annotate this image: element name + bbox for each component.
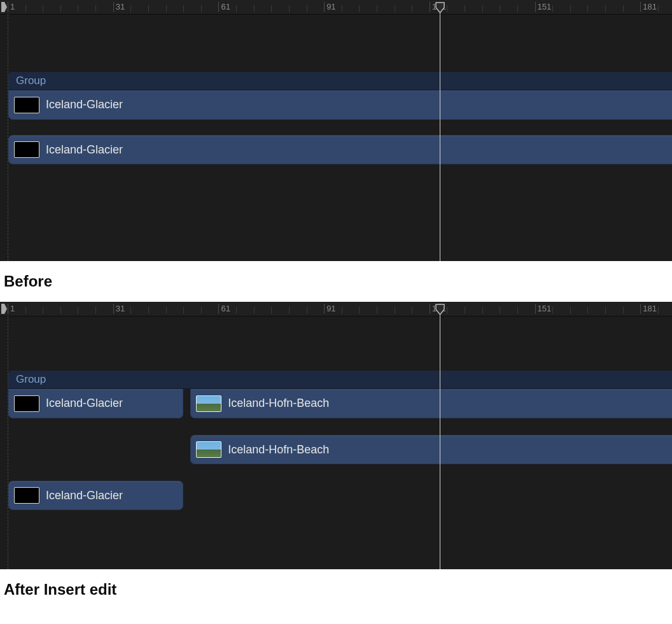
ruler-tick-label: 91 bbox=[325, 304, 335, 313]
ruler-minor-tick bbox=[130, 5, 131, 12]
ruler-tick-label: 151 bbox=[536, 2, 552, 11]
ruler-minor-tick bbox=[552, 5, 553, 12]
clip-thumbnail bbox=[14, 395, 39, 412]
ruler-minor-tick bbox=[254, 5, 255, 12]
track-row[interactable]: Iceland-Glacier bbox=[8, 481, 672, 510]
ruler-minor-tick bbox=[166, 307, 167, 314]
ruler-minor-tick bbox=[236, 5, 237, 12]
ruler-minor-tick bbox=[359, 5, 360, 12]
ruler-minor-tick bbox=[236, 307, 237, 314]
clip[interactable]: Iceland-Hofn-Beach bbox=[190, 389, 672, 418]
ruler-minor-tick bbox=[623, 307, 624, 314]
group-header[interactable]: Group bbox=[8, 371, 672, 389]
caption-after: After Insert edit bbox=[0, 569, 672, 610]
clip[interactable]: Iceland-Glacier bbox=[8, 90, 672, 120]
ruler-major-tick bbox=[430, 2, 430, 12]
ruler-minor-tick bbox=[43, 307, 43, 314]
ruler-minor-tick bbox=[148, 5, 149, 12]
ruler[interactable]: 1316191121151181 bbox=[0, 302, 672, 316]
ruler-tick-label: 31 bbox=[115, 2, 125, 11]
ruler-area[interactable]: 1316191121151181 bbox=[8, 0, 672, 14]
playhead[interactable] bbox=[440, 2, 440, 261]
tracks-area[interactable]: Group Iceland-GlacierIceland-Glacier bbox=[0, 15, 672, 164]
ruler-major-tick bbox=[430, 304, 430, 314]
clip[interactable]: Iceland-Glacier bbox=[8, 481, 183, 510]
playhead[interactable] bbox=[440, 304, 440, 569]
clip-name: Iceland-Glacier bbox=[46, 143, 123, 157]
track-row[interactable]: Iceland-Glacier bbox=[8, 135, 672, 164]
clip-name: Iceland-Glacier bbox=[46, 98, 123, 111]
ruler-major-tick bbox=[324, 304, 325, 314]
ruler-minor-tick bbox=[623, 5, 624, 12]
ruler-major-tick bbox=[640, 2, 641, 12]
ruler-minor-tick bbox=[605, 307, 606, 314]
track-row[interactable]: Iceland-Hofn-Beach bbox=[8, 435, 672, 464]
clip[interactable]: Iceland-Glacier bbox=[8, 135, 672, 164]
ruler-tick-label: 181 bbox=[641, 2, 657, 11]
ruler-minor-tick bbox=[25, 307, 26, 314]
ruler-minor-tick bbox=[570, 5, 571, 12]
ruler-minor-tick bbox=[342, 5, 342, 12]
ruler-minor-tick bbox=[500, 5, 500, 12]
ruler-minor-tick bbox=[25, 5, 26, 12]
ruler-major-tick bbox=[535, 304, 536, 314]
playhead-handle-icon[interactable] bbox=[435, 2, 445, 13]
group-header[interactable]: Group bbox=[8, 72, 672, 90]
ruler-minor-tick bbox=[342, 307, 342, 314]
ruler-minor-tick bbox=[658, 5, 659, 12]
ruler-minor-tick bbox=[166, 5, 167, 12]
timeline-after[interactable]: 1316191121151181 Group Iceland-GlacierIc… bbox=[0, 302, 672, 569]
ruler-minor-tick bbox=[43, 5, 43, 12]
ruler-tick-label: 61 bbox=[220, 2, 230, 11]
ruler-minor-tick bbox=[500, 307, 500, 314]
ruler-minor-tick bbox=[552, 307, 553, 314]
ruler-minor-tick bbox=[517, 307, 518, 314]
in-point-marker-icon[interactable] bbox=[0, 0, 8, 14]
group-label: Group bbox=[16, 373, 46, 386]
in-point-marker-icon[interactable] bbox=[0, 302, 8, 316]
ruler-minor-tick bbox=[465, 307, 465, 314]
clip-thumbnail bbox=[196, 395, 221, 412]
in-point-line bbox=[8, 316, 8, 569]
ruler-major-tick bbox=[8, 2, 8, 12]
ruler-major-tick bbox=[218, 2, 219, 12]
ruler[interactable]: 1316191121151181 bbox=[0, 0, 672, 15]
ruler-minor-tick bbox=[587, 5, 588, 12]
track-row[interactable]: Iceland-Glacier bbox=[8, 90, 672, 120]
ruler-major-tick bbox=[113, 2, 114, 12]
ruler-major-tick bbox=[324, 2, 325, 12]
ruler-minor-tick bbox=[60, 5, 61, 12]
ruler-minor-tick bbox=[148, 307, 149, 314]
clip-name: Iceland-Hofn-Beach bbox=[228, 397, 329, 410]
clip-name: Iceland-Hofn-Beach bbox=[228, 443, 329, 457]
ruler-area[interactable]: 1316191121151181 bbox=[8, 302, 672, 316]
tracks-area[interactable]: Group Iceland-GlacierIceland-Hofn-BeachI… bbox=[0, 316, 672, 510]
ruler-minor-tick bbox=[465, 5, 465, 12]
clip[interactable]: Iceland-Hofn-Beach bbox=[190, 435, 672, 464]
ruler-minor-tick bbox=[95, 5, 96, 12]
clip[interactable]: Iceland-Glacier bbox=[8, 389, 183, 418]
ruler-minor-tick bbox=[517, 5, 518, 12]
ruler-tick-label: 181 bbox=[641, 304, 657, 313]
ruler-tick-label: 1 bbox=[9, 304, 15, 313]
ruler-major-tick bbox=[218, 304, 219, 314]
ruler-minor-tick bbox=[289, 5, 290, 12]
playhead-handle-icon[interactable] bbox=[435, 304, 445, 315]
timeline-before[interactable]: 1316191121151181 Group Iceland-GlacierIc… bbox=[0, 0, 672, 261]
track-row[interactable]: Iceland-GlacierIceland-Hofn-Beach bbox=[8, 389, 672, 418]
ruler-minor-tick bbox=[395, 5, 395, 12]
caption-before: Before bbox=[0, 261, 672, 302]
ruler-minor-tick bbox=[412, 307, 412, 314]
clip-name: Iceland-Glacier bbox=[46, 489, 123, 502]
ruler-minor-tick bbox=[587, 307, 588, 314]
ruler-minor-tick bbox=[78, 307, 78, 314]
ruler-minor-tick bbox=[183, 5, 184, 12]
ruler-major-tick bbox=[640, 304, 641, 314]
ruler-minor-tick bbox=[254, 307, 255, 314]
in-point-line bbox=[8, 14, 8, 261]
ruler-minor-tick bbox=[658, 307, 659, 314]
ruler-minor-tick bbox=[201, 5, 202, 12]
ruler-minor-tick bbox=[482, 307, 483, 314]
ruler-minor-tick bbox=[201, 307, 202, 314]
ruler-tick-label: 31 bbox=[115, 304, 125, 313]
